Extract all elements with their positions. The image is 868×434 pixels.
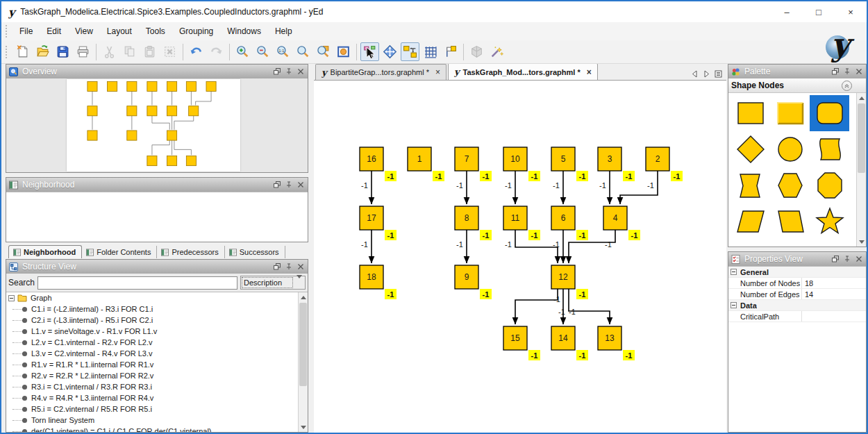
properties-close-icon[interactable] [855, 255, 863, 263]
scroll-up-icon[interactable] [857, 93, 866, 103]
graph-node-13[interactable]: 13 [598, 326, 621, 350]
maximize-button[interactable]: □ [803, 1, 835, 22]
palette-float-icon[interactable] [831, 67, 840, 76]
collapse-icon[interactable] [731, 302, 737, 308]
panel-tab-successors[interactable]: Successors [225, 246, 285, 258]
menu-windows[interactable]: Windows [220, 24, 268, 39]
menu-grouping[interactable]: Grouping [172, 24, 220, 39]
menu-file[interactable]: File [12, 24, 40, 39]
graph-node-3[interactable]: 3 [598, 147, 621, 171]
palette-shape-parallelogram-2[interactable] [770, 203, 810, 240]
menu-view[interactable]: View [68, 24, 100, 39]
node-cost-label[interactable]: -1 [528, 350, 540, 360]
layout-wizard-button[interactable] [487, 42, 506, 61]
overview-body[interactable] [6, 78, 308, 172]
graph-node-9[interactable]: 9 [455, 265, 478, 289]
graph-node-11[interactable]: 11 [503, 206, 527, 230]
structure-pin-icon[interactable] [285, 262, 293, 271]
print-button[interactable] [74, 42, 92, 61]
graph-node-6[interactable]: 6 [551, 206, 575, 230]
edge-label[interactable]: -1 [553, 240, 560, 249]
node-cost-label[interactable]: -1 [385, 230, 397, 240]
palette-shape-round-rectangle[interactable] [810, 95, 849, 131]
palette-shape-triangle[interactable] [731, 240, 770, 247]
graph-canvas[interactable]: -1-1-1-1-1-1-1-1-1-1-1-1-1-116-11-17-110… [314, 81, 726, 433]
overview-pin-icon[interactable] [285, 67, 293, 76]
minimize-button[interactable]: – [771, 1, 803, 22]
palette-shape-octagon[interactable] [810, 167, 849, 203]
edge-label[interactable]: -1 [505, 181, 512, 190]
close-tab-icon[interactable]: × [587, 67, 592, 77]
scrollbar-thumb[interactable] [858, 103, 865, 173]
tree-item[interactable]: R2.v = R2.R * L2.iinternal FOR R2.v [6, 370, 298, 381]
document-tab-1[interactable]: yTaskGraph_Mod...tors.graphml *× [448, 63, 598, 80]
zoom-1-1-button[interactable]: 1:1 [274, 42, 292, 61]
graph-node-4[interactable]: 4 [603, 206, 627, 230]
tree-item[interactable]: C1.i = (-L2.iinternal) - R3.i FOR C1.i [6, 303, 298, 315]
collapse-section-icon[interactable] [842, 81, 852, 91]
tree-item[interactable]: L2.v = C1.vinternal - R2.v FOR L2.v [6, 337, 298, 348]
node-cost-label[interactable]: -1 [576, 230, 588, 240]
palette-section-header[interactable]: Shape Nodes [728, 78, 866, 93]
tree-item[interactable]: L1.v = sineVoltage.v - R1.v FOR L1.v [6, 326, 298, 337]
neighborhood-close-icon[interactable] [297, 181, 305, 189]
palette-shape-ellipse[interactable] [770, 131, 810, 167]
palette-shape-trapezoid[interactable] [810, 240, 849, 247]
tree-item[interactable]: C2.i = (-L3.iinternal) - R5.i FOR C2.i [6, 315, 298, 326]
close-tab-icon[interactable]: × [435, 67, 440, 77]
fit-content-button[interactable] [334, 42, 353, 61]
edge-label[interactable]: -1 [605, 240, 612, 249]
scroll-up-icon[interactable] [299, 292, 308, 302]
menu-edit[interactable]: Edit [40, 24, 68, 39]
node-cost-label[interactable]: -1 [528, 230, 540, 240]
tree-item[interactable]: R1.v = R1.R * L1.iinternal FOR R1.v [6, 359, 298, 370]
edge-label[interactable]: -1 [599, 181, 606, 190]
scroll-down-icon[interactable] [857, 237, 866, 247]
neighborhood-pin-icon[interactable] [285, 181, 293, 189]
label-flag-button[interactable] [441, 42, 460, 61]
node-cost-label[interactable]: -1 [628, 230, 640, 240]
menu-tools[interactable]: Tools [139, 24, 172, 39]
palette-shape-rectangle[interactable] [731, 95, 770, 131]
overview-float-icon[interactable] [273, 67, 281, 76]
new-file-button[interactable] [13, 42, 32, 61]
properties-float-icon[interactable] [831, 255, 840, 263]
close-button[interactable]: × [835, 1, 867, 22]
graph-edge-12-13[interactable] [569, 289, 610, 324]
tree-item[interactable]: R3.i = C1.vinternal / R3.R FOR R3.i [6, 381, 298, 392]
node-cost-label[interactable]: -1 [576, 350, 588, 360]
graph-node-10[interactable]: 10 [503, 147, 527, 171]
node-cost-label[interactable]: -1 [623, 171, 635, 181]
graph-node-17[interactable]: 17 [360, 206, 383, 230]
graph-edge-12-15[interactable] [515, 289, 558, 324]
menu-layout[interactable]: Layout [100, 24, 139, 39]
next-tab-button[interactable] [703, 70, 710, 80]
properties-pin-icon[interactable] [843, 255, 851, 263]
undo-button[interactable] [187, 42, 206, 61]
node-cost-label[interactable]: -1 [576, 171, 588, 181]
palette-shape-generic-node[interactable] [810, 131, 849, 167]
property-section-row[interactable]: General [728, 267, 866, 278]
graph-node-8[interactable]: 8 [455, 206, 478, 230]
edge-label[interactable]: -1 [456, 181, 463, 190]
palette-shape-star-6[interactable] [770, 240, 810, 247]
edge-label[interactable]: -1 [361, 181, 368, 190]
node-cost-label[interactable]: -1 [480, 289, 492, 299]
tree-item[interactable]: R5.i = C2.vinternal / R5.R FOR R5.i [6, 403, 298, 415]
edge-label[interactable]: -1 [553, 295, 560, 303]
node-cost-label[interactable]: -1 [385, 171, 397, 181]
tree-item[interactable]: der(C1.vinternal) = C1.i / C1.C FOR der(… [6, 426, 298, 432]
edge-label[interactable]: -1 [553, 181, 560, 190]
palette-shape-diamond[interactable] [731, 131, 770, 167]
prev-tab-button[interactable] [691, 70, 699, 80]
node-cost-label[interactable]: -1 [480, 230, 492, 240]
palette-shape-rectangle-3d[interactable] [770, 95, 810, 131]
graph-node-1[interactable]: 1 [408, 147, 431, 171]
neighborhood-float-icon[interactable] [273, 181, 281, 189]
structure-scrollbar[interactable] [298, 292, 308, 432]
graph-node-14[interactable]: 14 [551, 326, 575, 350]
save-button[interactable] [53, 42, 72, 61]
graph-node-2[interactable]: 2 [646, 147, 669, 171]
node-cost-label[interactable]: -1 [480, 171, 492, 181]
scroll-down-icon[interactable] [299, 422, 308, 432]
